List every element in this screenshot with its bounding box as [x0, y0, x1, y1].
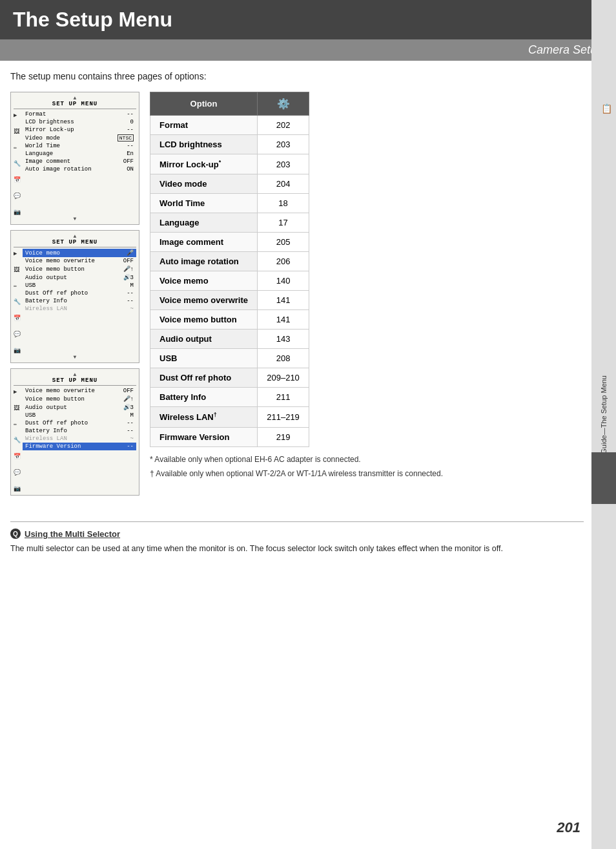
s2-row-usb: USBM	[23, 282, 136, 289]
s3-row-vmemo-btn: Voice memo button🎤↑	[23, 395, 136, 403]
option-name: Format	[150, 116, 258, 135]
table-row: Wireless LAN†211–219	[150, 407, 309, 427]
multi-selector-icon: Q	[10, 529, 21, 539]
option-page: 143	[258, 330, 309, 349]
main-title: The Setup Menu	[0, 0, 616, 39]
table-row: Auto image rotation206	[150, 252, 309, 271]
intro-text: The setup menu contains three pages of o…	[10, 71, 584, 81]
down-arrow-1: ▼	[14, 216, 136, 222]
page-number: 201	[557, 819, 580, 836]
s2-row-wlan: Wireless LAN~	[23, 305, 136, 313]
bottom-title: Q Using the Multi Selector	[10, 529, 584, 539]
options-table-container: Option ⚙️ Format202LCD brightness203Mirr…	[150, 92, 584, 482]
s3-row-vmemo-ow: Voice memo overwriteOFF	[23, 387, 136, 395]
table-row: Language17	[150, 213, 309, 233]
option-page: 209–210	[258, 368, 309, 388]
table-row: USB208	[150, 349, 309, 368]
s1-row-video: Video modeNTSC	[23, 134, 136, 142]
option-page: 140	[258, 271, 309, 291]
screen3-header: SET UP MENU	[14, 377, 136, 386]
bottom-title-text: Using the Multi Selector	[25, 529, 120, 539]
option-page: 211–219	[258, 407, 309, 427]
s2-row-vmemo-ow: Voice memo overwriteOFF	[23, 257, 136, 265]
s1-row-world: World Time--	[23, 142, 136, 150]
s1-row-format: Format--	[23, 110, 136, 118]
option-name: Wireless LAN†	[150, 407, 258, 427]
col-header-page: ⚙️	[258, 92, 309, 116]
main-content: The setup menu contains three pages of o…	[0, 61, 616, 565]
s3-row-usb: USBM	[23, 412, 136, 419]
option-page: 141	[258, 291, 309, 310]
table-row: Dust Off ref photo209–210	[150, 368, 309, 388]
option-name: Mirror Lock-up*	[150, 154, 258, 174]
table-row: Video mode204	[150, 174, 309, 194]
s2-row-battery: Battery Info--	[23, 297, 136, 305]
page-header: The Setup Menu Camera Setup	[0, 0, 616, 61]
table-row: Firmware Version219	[150, 427, 309, 446]
option-name: LCD brightness	[150, 135, 258, 154]
s2-row-audio: Audio output🔊3	[23, 273, 136, 282]
s1-row-comment: Image commentOFF	[23, 158, 136, 165]
footnotes: * Available only when optional EH-6 AC a…	[150, 454, 584, 479]
col-header-option: Option	[150, 92, 258, 116]
option-page: 202	[258, 116, 309, 135]
subtitle: Camera Setup	[0, 39, 616, 61]
table-row: LCD brightness203	[150, 135, 309, 154]
screen2-header: SET UP MENU	[14, 239, 136, 247]
option-name: Image comment	[150, 233, 258, 252]
option-page: 211	[258, 388, 309, 407]
option-name: World Time	[150, 194, 258, 213]
screen1-header: SET UP MENU	[14, 101, 136, 109]
s2-row-dust: Dust Off ref photo--	[23, 289, 136, 297]
option-name: Voice memo	[150, 271, 258, 291]
table-row: Image comment205	[150, 233, 309, 252]
option-name: Battery Info	[150, 388, 258, 407]
option-name: Firmware Version	[150, 427, 258, 446]
table-row: Format202	[150, 116, 309, 135]
layout-container: ▲ SET UP MENU ▶🖼✏️🔧📅💬📷 Format-- LCD brig…	[10, 92, 584, 496]
option-page: 206	[258, 252, 309, 271]
option-name: Dust Off ref photo	[150, 368, 258, 388]
option-name: Language	[150, 213, 258, 233]
s1-row-lang: LanguageEn	[23, 150, 136, 158]
option-name: Auto image rotation	[150, 252, 258, 271]
option-page: 203	[258, 154, 309, 174]
s2-row-vmemo-btn: Voice memo button🎤↑	[23, 265, 136, 273]
footnote-2: † Available only when optional WT-2/2A o…	[150, 468, 584, 479]
option-page: 203	[258, 135, 309, 154]
down-arrow-2: ▼	[14, 354, 136, 360]
camera-screen-3: ▲ SET UP MENU ▶🖼✏️🔧📅💬📷 Voice memo overwr…	[10, 368, 139, 496]
table-row: Voice memo button141	[150, 310, 309, 330]
menu-icon: 📋	[601, 103, 612, 114]
table-row: World Time18	[150, 194, 309, 213]
options-table: Option ⚙️ Format202LCD brightness203Mirr…	[150, 92, 309, 447]
bottom-description: The multi selector can be used at any ti…	[10, 543, 584, 555]
camera-screen-1: ▲ SET UP MENU ▶🖼✏️🔧📅💬📷 Format-- LCD brig…	[10, 92, 139, 225]
up-arrow-1: ▲	[14, 95, 136, 101]
table-row: Voice memo140	[150, 271, 309, 291]
side-tab: 📋 Menu Guide—The Setup Menu	[591, 0, 616, 849]
option-page: 208	[258, 349, 309, 368]
option-name: Video mode	[150, 174, 258, 194]
option-page: 18	[258, 194, 309, 213]
table-row: Battery Info211	[150, 388, 309, 407]
camera-screen-2: ▲ SET UP MENU ▶🖼✏️🔧📅💬📷 Voice memo🎤 Voice…	[10, 230, 139, 363]
table-row: Audio output143	[150, 330, 309, 349]
up-arrow-2: ▲	[14, 233, 136, 239]
s1-row-lcd: LCD brightness0	[23, 118, 136, 126]
option-name: Audio output	[150, 330, 258, 349]
option-page: 17	[258, 213, 309, 233]
s1-row-autorot: Auto image rotationON	[23, 165, 136, 173]
option-page: 141	[258, 310, 309, 330]
footnote-1: * Available only when optional EH-6 AC a…	[150, 454, 584, 465]
bottom-section: Q Using the Multi Selector The multi sel…	[10, 521, 584, 555]
s1-row-mirror: Mirror Lock-up--	[23, 126, 136, 134]
table-row: Mirror Lock-up*203	[150, 154, 309, 174]
up-arrow-3: ▲	[14, 372, 136, 377]
option-name: USB	[150, 349, 258, 368]
s3-row-audio: Audio output🔊3	[23, 403, 136, 412]
option-name: Voice memo button	[150, 310, 258, 330]
camera-screens: ▲ SET UP MENU ▶🖼✏️🔧📅💬📷 Format-- LCD brig…	[10, 92, 139, 496]
option-page: 219	[258, 427, 309, 446]
side-tab-bar	[591, 452, 616, 504]
